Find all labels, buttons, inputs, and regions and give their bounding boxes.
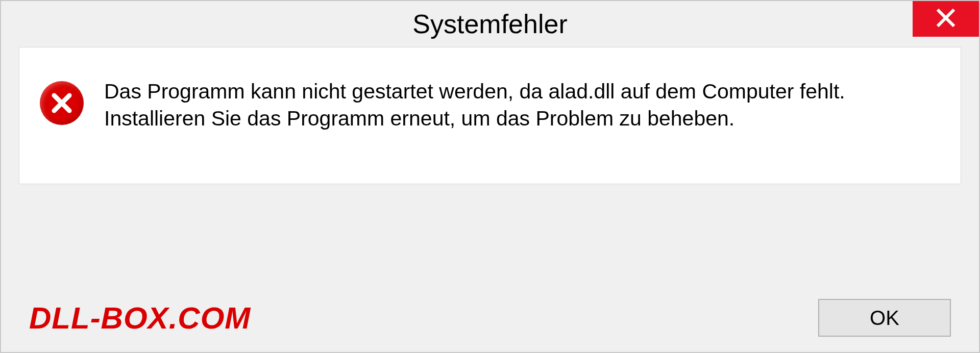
titlebar: Systemfehler (1, 1, 979, 47)
error-message: Das Programm kann nicht gestartet werden… (104, 78, 940, 133)
close-button[interactable] (913, 1, 979, 37)
footer: DLL-BOX.COM OK (1, 299, 979, 337)
error-dialog: Systemfehler Das Programm kann nicht ges… (0, 0, 980, 353)
watermark-text: DLL-BOX.COM (29, 300, 251, 336)
ok-button-label: OK (870, 307, 899, 330)
close-icon (936, 8, 956, 30)
content-area: Das Programm kann nicht gestartet werden… (19, 47, 961, 184)
dialog-title: Systemfehler (412, 9, 567, 39)
error-icon (40, 81, 84, 125)
ok-button[interactable]: OK (818, 299, 951, 337)
